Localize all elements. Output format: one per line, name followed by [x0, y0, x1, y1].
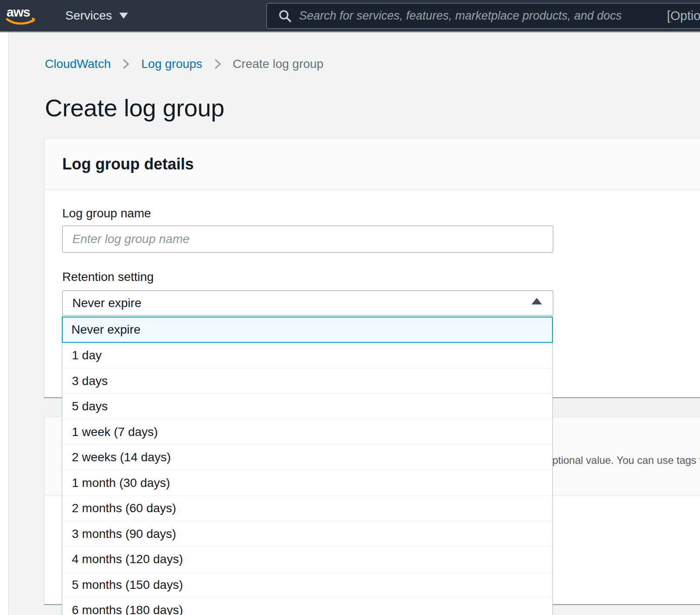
retention-option[interactable]: 5 months (150 days) — [62, 572, 552, 598]
services-menu-label: Services — [65, 9, 112, 23]
retention-option[interactable]: 1 week (7 days) — [62, 419, 552, 445]
breadcrumb-log-groups[interactable]: Log groups — [141, 57, 202, 71]
chevron-right-icon — [121, 58, 130, 70]
log-group-details-card-title: Log group details — [62, 156, 700, 172]
top-navigation-bar: aws Services Search for services, featur… — [0, 0, 700, 31]
retention-option[interactable]: 1 month (30 days) — [62, 470, 552, 496]
retention-option[interactable]: 2 months (60 days) — [62, 496, 552, 521]
breadcrumb: CloudWatch Log groups Create log group — [45, 57, 700, 71]
log-group-name-input[interactable] — [62, 226, 553, 253]
breadcrumb-current: Create log group — [233, 57, 324, 71]
retention-option[interactable]: 4 months (120 days) — [62, 547, 552, 572]
retention-setting-selected-value: Never expire — [72, 291, 141, 315]
retention-option[interactable]: 5 days — [62, 394, 552, 419]
retention-option[interactable]: 6 months (180 days) — [62, 598, 552, 615]
svg-text:aws: aws — [7, 6, 30, 19]
retention-option[interactable]: 3 days — [62, 368, 552, 394]
chevron-right-icon — [213, 58, 222, 70]
caret-down-icon — [119, 13, 128, 19]
page-title: Create log group — [45, 94, 700, 122]
side-panel-rail — [0, 32, 9, 615]
retention-options-dropdown: Never expire1 day3 days5 days1 week (7 d… — [62, 317, 553, 615]
search-shortcut-hint: [Option+S] — [667, 3, 700, 28]
aws-logo[interactable]: aws — [6, 6, 41, 30]
retention-option[interactable]: 2 weeks (14 days) — [62, 445, 552, 470]
services-menu[interactable]: Services — [65, 0, 128, 31]
search-placeholder: Search for services, features, marketpla… — [299, 3, 622, 28]
breadcrumb-cloudwatch[interactable]: CloudWatch — [45, 57, 111, 71]
log-group-name-label: Log group name — [62, 206, 700, 221]
retention-setting-select[interactable]: Never expire — [62, 291, 553, 316]
caret-up-icon — [532, 298, 542, 304]
global-search-box[interactable]: Search for services, features, marketpla… — [266, 3, 700, 29]
search-icon — [278, 9, 292, 25]
retention-setting-label: Retention setting — [62, 270, 700, 284]
retention-option[interactable]: 3 months (90 days) — [62, 521, 552, 547]
log-group-details-card-header: Log group details — [45, 139, 700, 190]
retention-option[interactable]: Never expire — [62, 317, 553, 343]
retention-option[interactable]: 1 day — [62, 343, 552, 368]
